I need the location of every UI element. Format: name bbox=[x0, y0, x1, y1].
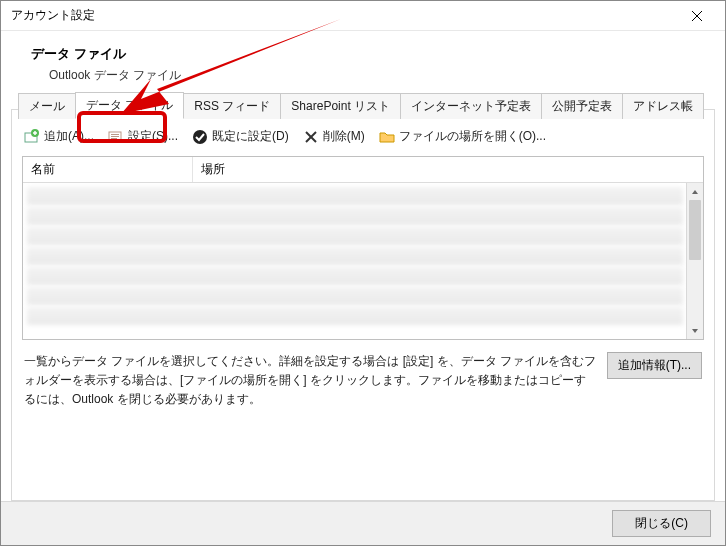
add-icon bbox=[24, 129, 40, 145]
open-location-button[interactable]: ファイルの場所を開く(O)... bbox=[375, 126, 550, 147]
chevron-up-icon bbox=[691, 188, 699, 196]
footer: 閉じる(C) bbox=[1, 501, 725, 545]
vertical-scrollbar[interactable] bbox=[686, 183, 703, 339]
chevron-down-icon bbox=[691, 327, 699, 335]
tab-strip: メール データ ファイル RSS フィード SharePoint リスト インタ… bbox=[12, 88, 714, 118]
list-header: 名前 場所 bbox=[23, 157, 703, 183]
tab-rss[interactable]: RSS フィード bbox=[183, 93, 281, 119]
table-row[interactable] bbox=[27, 227, 683, 245]
header: データ ファイル Outlook データ ファイル bbox=[1, 31, 725, 92]
help-row: 一覧からデータ ファイルを選択してください。詳細を設定する場合は [設定] を、… bbox=[12, 340, 714, 410]
content-panel: メール データ ファイル RSS フィード SharePoint リスト インタ… bbox=[11, 109, 715, 501]
window-title: アカウント設定 bbox=[9, 7, 677, 24]
titlebar: アカウント設定 bbox=[1, 1, 725, 31]
table-row[interactable] bbox=[27, 207, 683, 225]
tab-published-calendar[interactable]: 公開予定表 bbox=[541, 93, 623, 119]
help-text: 一覧からデータ ファイルを選択してください。詳細を設定する場合は [設定] を、… bbox=[24, 352, 597, 410]
more-info-button[interactable]: 追加情報(T)... bbox=[607, 352, 702, 379]
table-row[interactable] bbox=[27, 247, 683, 265]
close-icon bbox=[692, 11, 702, 21]
remove-button[interactable]: 削除(M) bbox=[299, 126, 369, 147]
add-button[interactable]: 追加(A)... bbox=[20, 126, 98, 147]
svg-point-11 bbox=[193, 130, 207, 144]
header-title: データ ファイル bbox=[31, 45, 705, 63]
column-location[interactable]: 場所 bbox=[193, 157, 703, 182]
scroll-down-button[interactable] bbox=[687, 322, 703, 339]
folder-icon bbox=[379, 129, 395, 145]
tab-mail[interactable]: メール bbox=[18, 93, 76, 119]
toolbar: 追加(A)... 設定(S)... 既定に設定(D) 削除(M) ファイルの場所… bbox=[12, 118, 714, 154]
table-row[interactable] bbox=[27, 307, 683, 325]
svg-rect-10 bbox=[111, 138, 117, 139]
table-row[interactable] bbox=[27, 187, 683, 205]
scroll-thumb[interactable] bbox=[689, 200, 701, 260]
scroll-up-button[interactable] bbox=[687, 183, 703, 200]
default-label: 既定に設定(D) bbox=[212, 128, 289, 145]
settings-icon bbox=[108, 129, 124, 145]
table-row[interactable] bbox=[27, 287, 683, 305]
open-location-label: ファイルの場所を開く(O)... bbox=[399, 128, 546, 145]
close-button[interactable]: 閉じる(C) bbox=[612, 510, 711, 537]
tab-internet-calendar[interactable]: インターネット予定表 bbox=[400, 93, 542, 119]
svg-marker-15 bbox=[692, 329, 698, 333]
remove-icon bbox=[303, 129, 319, 145]
table-row[interactable] bbox=[27, 267, 683, 285]
add-label: 追加(A)... bbox=[44, 128, 94, 145]
column-name[interactable]: 名前 bbox=[23, 157, 193, 182]
list-body bbox=[23, 183, 703, 339]
set-default-button[interactable]: 既定に設定(D) bbox=[188, 126, 293, 147]
svg-marker-14 bbox=[692, 190, 698, 194]
svg-rect-8 bbox=[111, 134, 119, 135]
tab-address-book[interactable]: アドレス帳 bbox=[622, 93, 704, 119]
tab-data-files[interactable]: データ ファイル bbox=[75, 92, 184, 119]
svg-rect-9 bbox=[111, 136, 119, 137]
tab-sharepoint[interactable]: SharePoint リスト bbox=[280, 93, 401, 119]
remove-label: 削除(M) bbox=[323, 128, 365, 145]
settings-button[interactable]: 設定(S)... bbox=[104, 126, 182, 147]
window-close-button[interactable] bbox=[677, 1, 717, 31]
data-file-list: 名前 場所 bbox=[22, 156, 704, 340]
check-icon bbox=[192, 129, 208, 145]
header-subtitle: Outlook データ ファイル bbox=[31, 67, 705, 84]
settings-label: 設定(S)... bbox=[128, 128, 178, 145]
